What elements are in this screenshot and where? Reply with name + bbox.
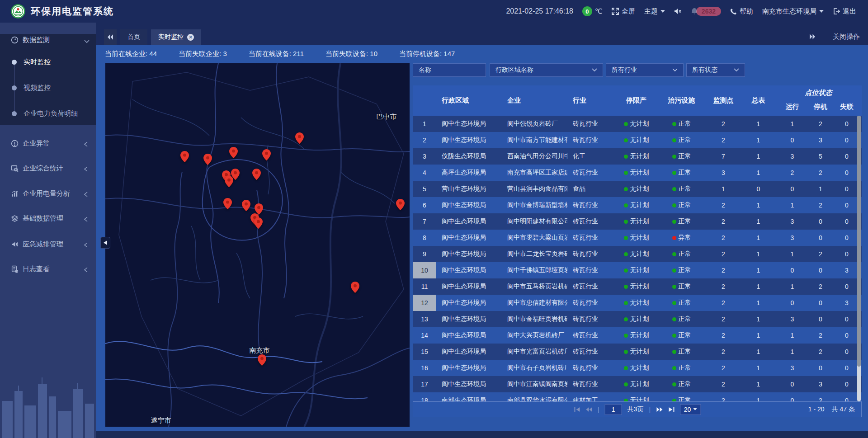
chevron-left-icon xyxy=(84,191,90,196)
sidebar-item[interactable]: 基础数据管理 xyxy=(0,210,96,226)
row-meter-count: 1 xyxy=(741,165,775,181)
table-row[interactable]: 5 营山生态环境局 营山县润丰肉食品有限 食品 无计划 正常 1 0 0 1 0 xyxy=(413,181,862,197)
table-scrollbar xyxy=(857,116,861,401)
industry-select[interactable]: 所有行业 xyxy=(606,63,684,77)
row-index: 7 xyxy=(413,213,436,230)
datetime-label: 2021-02-25 17:46:18 xyxy=(506,7,573,15)
tab-active[interactable]: 实时监控✕ xyxy=(151,29,201,45)
status-dot-icon xyxy=(672,334,676,338)
table-row[interactable]: 15 阆中生态环境局 阆中市光富页岩机砖厂 砖瓦行业 无计划 正常 2 1 1 … xyxy=(413,344,862,360)
map-collapse-button[interactable] xyxy=(100,237,110,249)
col-meter: 总表 xyxy=(741,85,775,116)
row-index: 6 xyxy=(413,197,436,213)
table-row[interactable]: 17 阆中生态环境局 阆中市江南镇阆南页岩 砖瓦行业 无计划 正常 2 1 0 … xyxy=(413,376,862,392)
row-index: 9 xyxy=(413,246,436,262)
map-marker-pin[interactable] xyxy=(223,198,232,209)
sidebar-item[interactable]: 日志查看 xyxy=(0,261,96,277)
map-panel[interactable]: 巴中市南充市遂宁市 xyxy=(105,63,410,427)
table-row[interactable]: 2 阆中生态环境局 阆中市南方节能建材有 砖瓦行业 无计划 正常 2 1 0 3… xyxy=(413,132,862,148)
page-number-input[interactable]: 1 xyxy=(605,404,622,415)
next-page-button[interactable] xyxy=(656,407,663,412)
table-row[interactable]: 11 阆中生态环境局 阆中市五马桥页岩机砖 砖瓦行业 无计划 正常 2 1 1 … xyxy=(413,278,862,295)
help-button[interactable]: 帮助 xyxy=(730,7,753,16)
table-row[interactable]: 3 仪陇生态环境局 西南油气田分公司川中 化工 无计划 正常 7 1 3 5 0 xyxy=(413,148,862,165)
gauge-icon xyxy=(11,36,19,44)
row-limit-status: 无计划 xyxy=(615,230,658,246)
status-dot-icon xyxy=(672,366,676,370)
sidebar-subitem[interactable]: 实时监控 xyxy=(0,54,96,70)
theme-button[interactable]: 主题 xyxy=(644,7,665,16)
sidebar-item[interactable]: 数据监测 xyxy=(0,32,96,48)
logout-button[interactable]: 退出 xyxy=(833,7,856,16)
row-stop-count: 3 xyxy=(809,376,832,392)
row-company: 阆中千佛镇五郎垭页岩 xyxy=(502,262,567,278)
row-region: 阆中生态环境局 xyxy=(436,197,502,213)
sidebar-item[interactable]: 企业综合统计 xyxy=(0,160,96,176)
table-row[interactable]: 10 阆中生态环境局 阆中千佛镇五郎垭页岩 砖瓦行业 无计划 正常 2 1 0 … xyxy=(413,262,862,278)
status-dot-icon xyxy=(672,220,676,224)
sidebar-item[interactable]: 应急减排管理 xyxy=(0,236,96,252)
tabs-scroll-left-button[interactable] xyxy=(104,29,117,45)
row-run-count: 2 xyxy=(775,165,809,181)
row-index: 17 xyxy=(413,376,436,392)
status-dot-icon xyxy=(624,285,628,289)
map-marker-pin[interactable] xyxy=(396,199,405,210)
row-monitor-count: 7 xyxy=(705,148,741,165)
name-search-input[interactable]: 名称 xyxy=(413,63,486,77)
close-operations-button[interactable]: 关闭操作 xyxy=(833,33,860,41)
row-company: 阆中强锐页岩砖厂 xyxy=(502,116,567,132)
map-marker-pin[interactable] xyxy=(258,354,266,366)
col-facility: 治污设施 xyxy=(658,85,705,116)
map-marker-pin[interactable] xyxy=(262,149,271,160)
table-row[interactable]: 6 阆中生态环境局 阆中市金博瑞新型墙材 砖瓦行业 无计划 正常 2 1 1 2… xyxy=(413,197,862,213)
row-limit-status: 无计划 xyxy=(615,132,658,148)
sidebar-subitem-label: 实时监控 xyxy=(24,58,51,66)
sidebar-subitem[interactable]: 企业电力负荷明细 xyxy=(0,106,96,121)
map-marker-pin[interactable] xyxy=(254,217,263,229)
map-marker-pin[interactable] xyxy=(180,151,189,162)
map-marker-pin[interactable] xyxy=(252,169,261,180)
table-body: 1 阆中生态环境局 阆中强锐页岩砖厂 砖瓦行业 无计划 正常 2 1 1 2 0… xyxy=(413,116,862,409)
table-row[interactable]: 4 高坪生态环境局 南充市高坪区王家店建 砖瓦行业 无计划 正常 3 1 2 2… xyxy=(413,165,862,181)
row-run-count: 1 xyxy=(775,116,809,132)
close-icon[interactable]: ✕ xyxy=(187,34,194,41)
row-monitor-count: 2 xyxy=(705,230,741,246)
table-row[interactable]: 12 阆中生态环境局 阆中市忠信建材有限公 砖瓦行业 无计划 正常 2 1 0 … xyxy=(413,295,862,311)
table-row[interactable]: 1 阆中生态环境局 阆中强锐页岩砖厂 砖瓦行业 无计划 正常 2 1 1 2 0 xyxy=(413,116,862,132)
map-marker-pin[interactable] xyxy=(295,132,304,144)
table-row[interactable]: 13 阆中生态环境局 阆中市金福旺页岩机砖 砖瓦行业 无计划 正常 2 1 3 … xyxy=(413,311,862,327)
row-stop-count: 2 xyxy=(809,246,832,262)
row-run-count: 1 xyxy=(775,278,809,295)
temperature-badge: 0 xyxy=(582,6,592,16)
status-dot-icon xyxy=(624,334,628,338)
scrollbar-thumb[interactable] xyxy=(857,116,861,367)
table-row[interactable]: 8 阆中生态环境局 阆中市枣碧大梁山页岩 砖瓦行业 无计划 异常 2 1 3 0… xyxy=(413,230,862,246)
org-menu-button[interactable]: 南充市生态环境局 xyxy=(762,7,824,16)
row-meter-count: 1 xyxy=(741,246,775,262)
status-select[interactable]: 所有状态 xyxy=(686,63,745,77)
map-marker-pin[interactable] xyxy=(229,147,238,158)
fullscreen-button[interactable]: 全屏 xyxy=(612,7,635,16)
map-marker-pin[interactable] xyxy=(203,154,212,165)
mute-button[interactable] xyxy=(674,8,682,15)
row-meter-count: 1 xyxy=(741,148,775,165)
tabs-scroll-right-button[interactable] xyxy=(809,33,816,41)
map-marker-pin[interactable] xyxy=(351,282,359,293)
last-page-button[interactable] xyxy=(668,407,675,412)
map-marker-pin[interactable] xyxy=(242,200,250,211)
page-size-select[interactable]: 20 xyxy=(680,404,701,415)
sidebar-item[interactable]: 企业异常 xyxy=(0,135,96,151)
table-row[interactable]: 9 阆中生态环境局 阆中市二龙长宝页岩砖 砖瓦行业 无计划 正常 2 1 1 2… xyxy=(413,246,862,262)
region-select[interactable]: 行政区域名称 xyxy=(490,63,603,77)
sidebar-subitem[interactable]: 视频监控 xyxy=(0,80,96,95)
status-dot-icon xyxy=(672,122,676,126)
notifications-button[interactable]: 2632 xyxy=(691,7,721,16)
table-row[interactable]: 7 阆中生态环境局 阆中明阳建材有限公司 砖瓦行业 无计划 正常 2 1 3 0… xyxy=(413,213,862,230)
table-row[interactable]: 14 阆中生态环境局 阆中大兴页岩机砖厂 砖瓦行业 无计划 正常 2 1 1 2… xyxy=(413,327,862,344)
first-page-button[interactable] xyxy=(574,407,580,412)
tab-item[interactable]: 首页 xyxy=(120,29,147,45)
map-marker-pin[interactable] xyxy=(225,176,233,187)
table-row[interactable]: 16 阆中生态环境局 阆中市石子页岩机砖厂 砖瓦行业 无计划 正常 2 1 3 … xyxy=(413,360,862,376)
prev-page-button[interactable] xyxy=(585,407,592,412)
sidebar-item[interactable]: 企业用电量分析 xyxy=(0,185,96,202)
